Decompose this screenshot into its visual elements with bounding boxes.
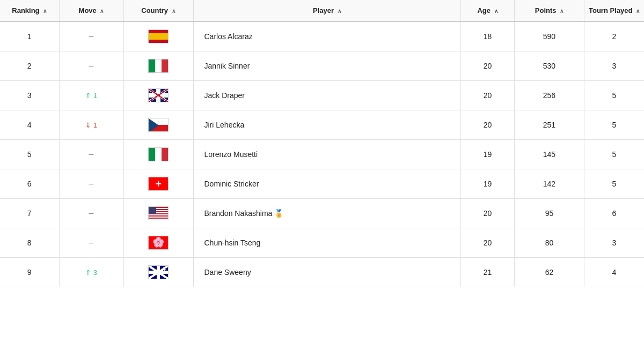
sort-arrow-points: ∧ <box>560 8 564 14</box>
cell-tourn: 3 <box>584 228 644 258</box>
cell-tourn: 5 <box>584 110 644 140</box>
cell-age: 20 <box>460 51 514 81</box>
sort-arrow-ranking: ∧ <box>43 8 47 14</box>
col-header-age[interactable]: Age ∧ <box>460 0 514 21</box>
cell-ranking: 9 <box>0 258 59 287</box>
cell-ranking: 4 <box>0 110 59 140</box>
cell-country <box>123 51 193 81</box>
cell-ranking: 6 <box>0 169 59 199</box>
cell-points: 145 <box>514 140 584 169</box>
table-row: 1–Carlos Alcaraz185902 <box>0 21 644 51</box>
move-neutral-icon: – <box>89 238 94 247</box>
sort-arrow-move: ∧ <box>100 8 104 14</box>
col-header-ranking[interactable]: Ranking ∧ <box>0 0 59 21</box>
cell-points: 95 <box>514 199 584 228</box>
move-up-icon: ⇑ 1 <box>85 92 97 100</box>
table-row: 5–Lorenzo Musetti191455 <box>0 140 644 169</box>
table-row: 2–Jannik Sinner205303 <box>0 51 644 81</box>
move-neutral-icon: – <box>89 150 94 159</box>
cell-tourn: 5 <box>584 81 644 110</box>
cell-points: 62 <box>514 258 584 287</box>
player-badge: 🏅 <box>274 209 283 218</box>
cell-player: Jack Draper <box>193 81 460 110</box>
cell-move: ⇑ 1 <box>59 81 123 110</box>
sort-arrow-country: ∧ <box>172 8 175 14</box>
cell-player: Jiri Lehecka <box>193 110 460 140</box>
cell-ranking: 7 <box>0 199 59 228</box>
cell-age: 20 <box>460 228 514 258</box>
cell-player: Carlos Alcaraz <box>193 21 460 51</box>
col-header-points[interactable]: Points ∧ <box>514 0 584 21</box>
cell-points: 142 <box>514 169 584 199</box>
cell-ranking: 2 <box>0 51 59 81</box>
cell-move: – <box>59 51 123 81</box>
cell-tourn: 5 <box>584 169 644 199</box>
cell-ranking: 8 <box>0 228 59 258</box>
cell-move: – <box>59 21 123 51</box>
cell-points: 251 <box>514 110 584 140</box>
cell-move: ⇑ 3 <box>59 258 123 287</box>
table-row: 8–🌸Chun-hsin Tseng20803 <box>0 228 644 258</box>
table-row: 6–Dominic Stricker191425 <box>0 169 644 199</box>
cell-player: Lorenzo Musetti <box>193 140 460 169</box>
cell-country <box>123 110 193 140</box>
flag-aus <box>148 265 169 279</box>
cell-age: 20 <box>460 199 514 228</box>
cell-age: 18 <box>460 21 514 51</box>
cell-country: 🌸 <box>123 228 193 258</box>
flag-tpe: 🌸 <box>148 236 169 250</box>
col-header-tourn[interactable]: Tourn Played ∧ <box>584 0 644 21</box>
cell-points: 80 <box>514 228 584 258</box>
table-row: 7–Brandon Nakashima 🏅20956 <box>0 199 644 228</box>
cell-age: 20 <box>460 81 514 110</box>
cell-tourn: 2 <box>584 21 644 51</box>
move-neutral-icon: – <box>89 179 94 188</box>
cell-age: 19 <box>460 140 514 169</box>
cell-country <box>123 140 193 169</box>
cell-country <box>123 169 193 199</box>
cell-move: – <box>59 140 123 169</box>
tpe-emblem: 🌸 <box>152 237 164 248</box>
sort-arrow-player: ∧ <box>338 8 341 14</box>
cell-age: 21 <box>460 258 514 287</box>
col-header-country[interactable]: Country ∧ <box>123 0 193 21</box>
col-header-move[interactable]: Move ∧ <box>59 0 123 21</box>
cell-points: 590 <box>514 21 584 51</box>
cell-move: – <box>59 199 123 228</box>
flag-esp <box>148 29 169 43</box>
flag-usa <box>148 206 169 220</box>
cell-player: Brandon Nakashima 🏅 <box>193 199 460 228</box>
cell-country <box>123 21 193 51</box>
flag-cze <box>148 118 169 132</box>
cell-ranking: 3 <box>0 81 59 110</box>
cell-move: – <box>59 228 123 258</box>
flag-ita <box>148 59 169 73</box>
cell-points: 256 <box>514 81 584 110</box>
cell-points: 530 <box>514 51 584 81</box>
cell-player: Chun-hsin Tseng <box>193 228 460 258</box>
sort-arrow-age: ∧ <box>494 8 498 14</box>
cell-ranking: 1 <box>0 21 59 51</box>
cell-country <box>123 258 193 287</box>
cell-player: Dominic Stricker <box>193 169 460 199</box>
table-row: 9⇑ 3Dane Sweeny21624 <box>0 258 644 287</box>
move-up-icon: ⇑ 3 <box>85 269 97 277</box>
cell-tourn: 3 <box>584 51 644 81</box>
cell-tourn: 4 <box>584 258 644 287</box>
col-header-player[interactable]: Player ∧ <box>193 0 460 21</box>
flag-gbr <box>148 88 169 102</box>
table-row: 3⇑ 1Jack Draper202565 <box>0 81 644 110</box>
flag-ita <box>148 147 169 161</box>
cell-age: 19 <box>460 169 514 199</box>
flag-sui <box>148 177 169 191</box>
cell-move: – <box>59 169 123 199</box>
cell-tourn: 6 <box>584 199 644 228</box>
table-row: 4⇓ 1Jiri Lehecka202515 <box>0 110 644 140</box>
cell-country <box>123 199 193 228</box>
move-down-icon: ⇓ 1 <box>85 121 97 129</box>
rankings-table: Ranking ∧ Move ∧ Country ∧ Player ∧ Age … <box>0 0 644 287</box>
move-neutral-icon: – <box>89 208 94 218</box>
sort-arrow-tourn: ∧ <box>636 8 640 14</box>
cell-player: Jannik Sinner <box>193 51 460 81</box>
cell-move: ⇓ 1 <box>59 110 123 140</box>
